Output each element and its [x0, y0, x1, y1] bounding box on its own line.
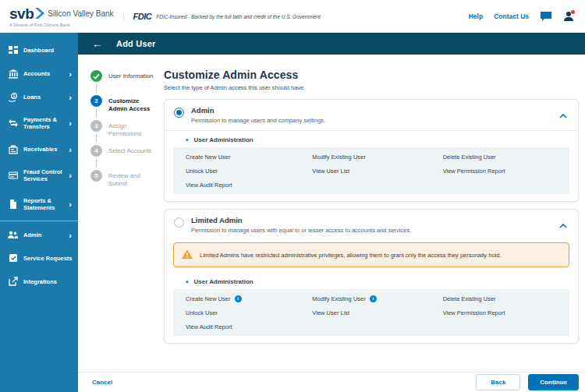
transfer-arrows-icon — [8, 118, 18, 128]
content-area: User Information 2 Customize Admin Acces… — [78, 55, 585, 372]
permission-item: View User List — [312, 309, 442, 316]
profile-icon[interactable] — [563, 11, 574, 22]
info-icon[interactable]: i — [235, 295, 242, 302]
step-number: 4 — [90, 145, 102, 157]
admin-radio[interactable] — [174, 108, 184, 118]
permission-item: Unlock User — [186, 168, 312, 175]
clipboard-check-icon — [8, 253, 18, 263]
fraud-control-icon — [8, 171, 18, 180]
section-title: Customize Admin Access — [164, 69, 579, 81]
step-connector — [96, 109, 97, 118]
step-number: 2 — [90, 95, 102, 107]
permission-item: Modify Existing User i — [312, 295, 442, 302]
sidebar-item-reports-statements[interactable]: Reports & Statements › — [0, 190, 78, 219]
chevron-up-icon[interactable] — [558, 106, 569, 123]
integrations-icon — [8, 277, 18, 286]
svb-logo-text: svb — [9, 6, 34, 21]
step-check-icon — [90, 70, 102, 82]
people-icon — [8, 231, 18, 239]
sidebar-item-receivables[interactable]: Receivables › — [0, 138, 78, 161]
permission-item: Unlock User — [186, 309, 312, 316]
sidebar-item-accounts[interactable]: Accounts › — [0, 62, 78, 86]
info-icon[interactable]: i — [370, 295, 377, 302]
sidebar-item-fraud-control[interactable]: Fraud Control Services › — [0, 161, 78, 190]
page-title: Add User — [116, 39, 156, 48]
limited-admin-card-title: Limited Admin — [191, 216, 558, 224]
chevron-right-icon: › — [69, 232, 72, 238]
sidebar-item-payments-transfers[interactable]: Payments & Transfers › — [0, 109, 78, 138]
sidebar-item-integrations[interactable]: Integrations — [0, 270, 78, 293]
wizard-stepper: User Information 2 Customize Admin Acces… — [78, 55, 159, 372]
step-connector — [96, 159, 97, 168]
cancel-link[interactable]: Cancel — [92, 379, 112, 386]
help-link[interactable]: Help — [469, 12, 483, 20]
limited-admin-warning-banner: Limited Admins have restricted administr… — [173, 242, 569, 267]
step-connector — [96, 84, 97, 93]
step-number: 3 — [90, 120, 102, 132]
svg-text:$: $ — [12, 94, 15, 98]
admin-card-title: Admin — [191, 106, 558, 115]
contact-us-link[interactable]: Contact Us — [494, 12, 529, 20]
limited-admin-user-administration-toggle[interactable]: ▾ User Administration — [165, 273, 578, 289]
permission-item: Delete Existing User — [443, 295, 569, 302]
sidebar-item-dashboard[interactable]: Dashboard — [0, 39, 78, 62]
permission-item: View Audit Report — [186, 182, 312, 189]
continue-button[interactable]: Continue — [528, 374, 579, 390]
dashboard-icon — [8, 46, 18, 55]
step-number: 5 — [90, 170, 102, 182]
permission-item: View User List — [312, 168, 442, 175]
warning-text: Limited Admins have restricted administr… — [200, 252, 501, 259]
limited-admin-card-header: Limited Admin Permission to manage users… — [165, 210, 578, 240]
page-topbar: ← Add User — [78, 33, 585, 55]
chevron-up-icon[interactable] — [558, 216, 569, 233]
notification-dot — [571, 10, 575, 14]
permission-item: View Audit Report — [186, 323, 312, 330]
sidebar-item-service-requests[interactable]: Service Requests — [0, 246, 78, 270]
step-select-accounts[interactable]: 4 Select Accounts — [90, 145, 159, 170]
fdic-logo: FDIC — [133, 12, 152, 21]
permission-item: Create New User — [186, 154, 312, 161]
document-icon — [8, 200, 18, 209]
limited-admin-card-description: Permission to manage users with equal to… — [191, 227, 558, 234]
fdic-notice: FDIC FDIC-Insured - Backed by the full f… — [123, 12, 321, 21]
permission-row: Unlock User View User List View Permissi… — [186, 164, 569, 178]
admin-user-administration-toggle[interactable]: ▾ User Administration — [165, 131, 578, 147]
caret-down-icon: ▾ — [186, 137, 189, 143]
step-review-and-submit[interactable]: 5 Review and Submit — [90, 170, 159, 188]
permission-item: Modify Existing User — [312, 154, 442, 161]
chat-icon[interactable] — [540, 11, 552, 22]
admin-card-description: Permission to manage users and company s… — [191, 117, 558, 124]
main-panel: Customize Admin Access Select the type o… — [159, 55, 585, 372]
fdic-text: FDIC-Insured - Backed by the full faith … — [156, 14, 321, 19]
sidebar-item-admin[interactable]: Admin › — [0, 224, 78, 246]
sidebar-item-loans[interactable]: $ Loans › — [0, 86, 78, 109]
step-customize-admin-access[interactable]: 2 Customize Admin Access — [90, 95, 159, 120]
global-header: svb Silicon Valley Bank A Division of Fi… — [0, 0, 585, 33]
division-tagline: A Division of First Citizens Bank — [9, 23, 114, 27]
wizard-footer: Cancel Back Continue — [78, 372, 585, 392]
bank-icon — [8, 69, 18, 79]
permission-item: View Permission Report — [443, 309, 569, 316]
svb-logo: svb Silicon Valley Bank A Division of Fi… — [9, 6, 114, 27]
step-user-information[interactable]: User Information — [90, 70, 159, 95]
header-actions: Help Contact Us — [469, 11, 574, 22]
chevron-right-icon: › — [69, 94, 72, 101]
section-subtitle: Select the type of Admin access this use… — [164, 84, 579, 91]
bank-name: Silicon Valley Bank — [48, 9, 113, 18]
step-assign-permissions[interactable]: 3 Assign Permissions — [90, 120, 159, 145]
permission-item: Delete Existing User — [443, 154, 569, 161]
permission-row: Create New User i Modify Existing User i… — [186, 291, 569, 305]
permission-row: View Audit Report — [186, 178, 569, 192]
chevron-right-icon: › — [69, 71, 72, 77]
permission-row: View Audit Report — [186, 320, 569, 334]
permission-item: Create New User i — [186, 295, 312, 302]
warning-triangle-icon — [182, 248, 193, 262]
admin-access-card: Admin Permission to manage users and com… — [164, 99, 579, 202]
permission-item: View Permission Report — [443, 168, 569, 175]
step-connector — [96, 134, 97, 143]
admin-permissions-list: Create New User Modify Existing User Del… — [173, 147, 569, 194]
back-button[interactable]: Back — [476, 374, 520, 390]
limited-admin-access-card: Limited Admin Permission to manage users… — [164, 209, 579, 344]
limited-admin-radio[interactable] — [174, 217, 184, 228]
back-arrow-icon[interactable]: ← — [92, 39, 102, 49]
